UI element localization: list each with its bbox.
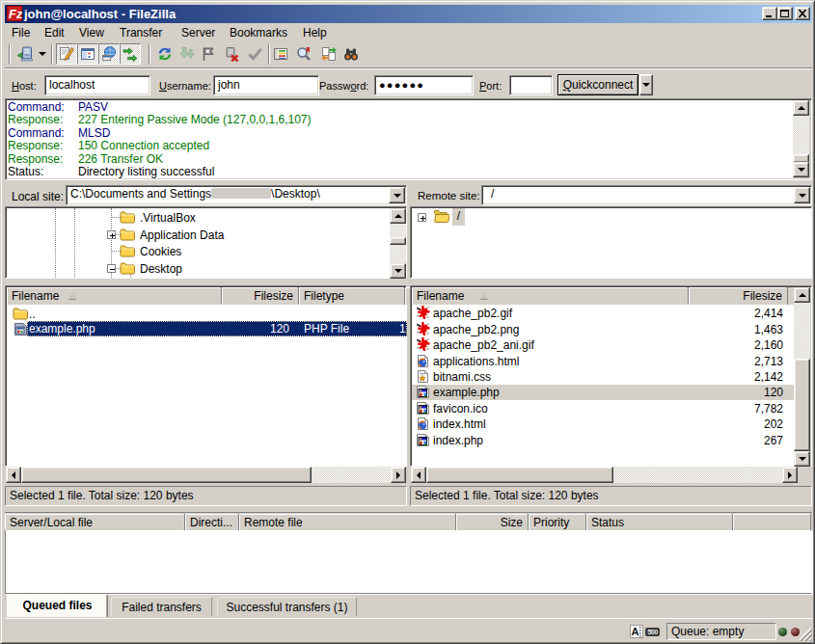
svg-text:Fz: Fz	[9, 7, 22, 21]
svg-text:A: A	[632, 626, 639, 637]
